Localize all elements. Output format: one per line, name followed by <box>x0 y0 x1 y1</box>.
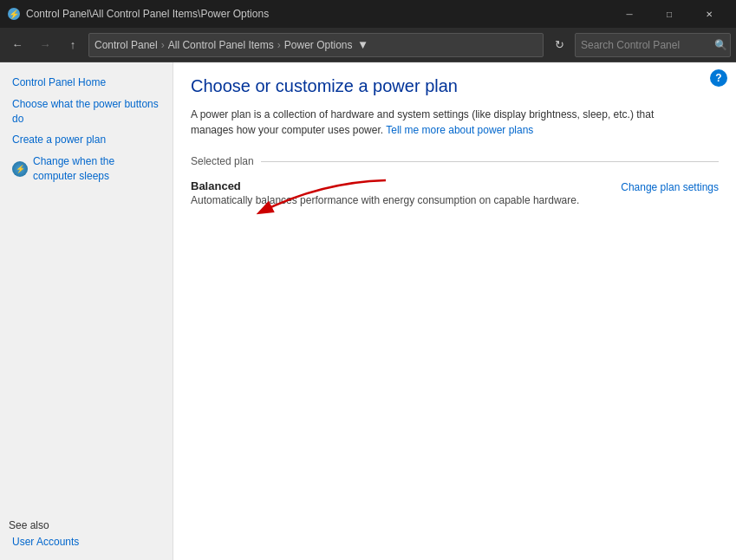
window-icon: ⚡ <box>7 7 21 21</box>
window-controls: ─ □ ✕ <box>609 0 729 28</box>
section-label: Selected plan <box>191 155 254 167</box>
search-box: 🔍 <box>575 33 731 57</box>
sidebar-nav: Control Panel Home Choose what the power… <box>9 73 164 186</box>
plan-info: Balanced Automatically balances performa… <box>191 179 603 206</box>
page-title: Choose or customize a power plan <box>191 76 719 96</box>
change-plan-link[interactable]: Change plan settings <box>621 181 719 193</box>
content-area: ? Choose or customize a power plan A pow… <box>173 62 736 560</box>
breadcrumb-bar: Control Panel › All Control Panel Items … <box>88 33 544 57</box>
search-icon: 🔍 <box>714 39 727 51</box>
main-container: Control Panel Home Choose what the power… <box>0 62 736 560</box>
address-bar: ← → ↑ Control Panel › All Control Panel … <box>0 28 736 62</box>
sidebar-item-sleep-label: Change when the computer sleeps <box>33 154 160 184</box>
plan-description: Automatically balances performance with … <box>191 194 603 206</box>
see-also-section: See also User Accounts <box>9 519 164 550</box>
minimize-button[interactable]: ─ <box>609 0 649 28</box>
breadcrumb-control-panel[interactable]: Control Panel <box>94 39 158 51</box>
sidebar-item-sleep[interactable]: ⚡ Change when the computer sleeps <box>9 152 164 186</box>
breadcrumb-dropdown-button[interactable]: ▼ <box>355 33 369 57</box>
close-button[interactable]: ✕ <box>689 0 729 28</box>
plan-row: Balanced Automatically balances performa… <box>191 176 719 210</box>
section-divider <box>261 161 719 162</box>
refresh-button[interactable]: ↻ <box>547 33 571 57</box>
sidebar-item-create-plan[interactable]: Create a power plan <box>9 130 164 150</box>
see-also-title: See also <box>9 519 164 531</box>
sidebar: Control Panel Home Choose what the power… <box>0 62 173 560</box>
svg-text:⚡: ⚡ <box>9 9 20 20</box>
sidebar-item-power-buttons[interactable]: Choose what the power buttons do <box>9 94 164 129</box>
sidebar-item-user-accounts[interactable]: User Accounts <box>9 533 82 550</box>
up-button[interactable]: ↑ <box>61 33 85 57</box>
title-bar: ⚡ Control Panel\All Control Panel Items\… <box>0 0 736 28</box>
power-icon: ⚡ <box>12 161 28 177</box>
sidebar-item-home[interactable]: Control Panel Home <box>9 73 164 93</box>
description: A power plan is a collection of hardware… <box>191 107 694 138</box>
breadcrumb-all-items[interactable]: All Control Panel Items <box>168 39 274 51</box>
plan-name: Balanced <box>191 179 603 192</box>
forward-button[interactable]: → <box>33 33 57 57</box>
window-title: Control Panel\All Control Panel Items\Po… <box>26 8 609 20</box>
section-header: Selected plan <box>191 155 719 167</box>
back-button[interactable]: ← <box>5 33 29 57</box>
maximize-button[interactable]: □ <box>649 0 689 28</box>
description-link[interactable]: Tell me more about power plans <box>386 124 533 136</box>
help-button[interactable]: ? <box>710 69 727 87</box>
search-input[interactable] <box>581 39 711 51</box>
breadcrumb-power-options[interactable]: Power Options <box>284 39 353 51</box>
